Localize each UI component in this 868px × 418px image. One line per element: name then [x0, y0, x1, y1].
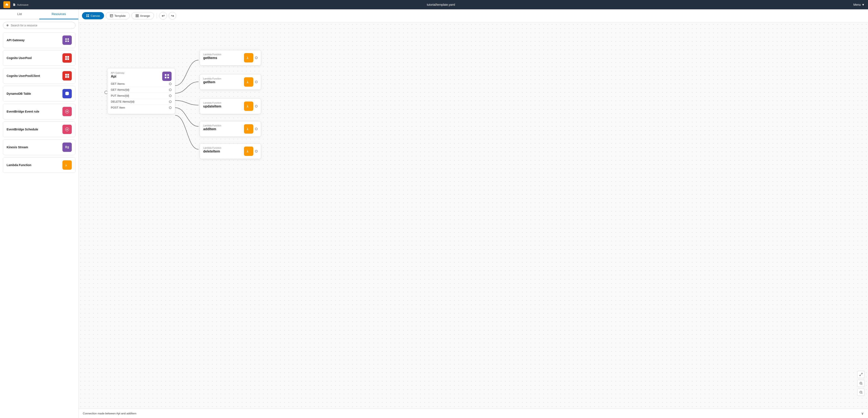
lambda-name: getItems	[203, 56, 221, 60]
lambda-node-updateitem[interactable]: Lambda Function updateItem λ	[199, 98, 261, 114]
canvas-button[interactable]: Canvas	[82, 12, 104, 19]
svg-rect-37	[137, 16, 138, 17]
resource-item-cognito-userpoolclient[interactable]: Cognito UserPoolClient	[3, 68, 75, 84]
lambda-icon-badge: λ	[244, 53, 253, 62]
menu-button[interactable]: Menu ▼	[854, 3, 865, 6]
route-put-items-id: PUT /items/{id}	[111, 93, 172, 99]
zoom-out-icon	[859, 391, 863, 394]
autosave-indicator: Autosave	[13, 3, 28, 6]
status-message: Connection made between Api and addItem	[83, 412, 136, 415]
svg-rect-36	[136, 16, 137, 17]
lambda-node-additem[interactable]: Lambda Function addItem λ	[199, 121, 261, 137]
lambda-node-getitems[interactable]: Lambda Function getItems λ	[199, 50, 261, 66]
svg-rect-42	[167, 77, 169, 79]
fullscreen-button[interactable]	[857, 371, 865, 378]
svg-rect-28	[88, 14, 89, 16]
svg-rect-5	[65, 56, 67, 58]
lambda-icon-badge: λ	[244, 101, 253, 111]
chevron-down-icon[interactable]: ∨	[861, 411, 864, 415]
lambda-icon-badge: λ	[244, 147, 253, 156]
api-gateway-badge	[162, 71, 172, 81]
undo-button[interactable]: ↩	[159, 12, 167, 20]
resource-item-lambda[interactable]: Lambda Function λ	[3, 157, 75, 173]
lambda-icon-badge: λ	[244, 124, 253, 133]
tab-list[interactable]: List	[0, 9, 39, 19]
api-gateway-node[interactable]: API Gateway Api GET /items GET /items/{i…	[107, 68, 175, 114]
lambda-output-dot	[255, 81, 257, 83]
tab-resources[interactable]: Resources	[39, 9, 79, 19]
template-label: Template	[115, 14, 126, 18]
svg-line-51	[862, 384, 862, 385]
svg-rect-7	[65, 58, 67, 60]
toolbar-separator	[156, 13, 157, 18]
topbar-left: Autosave	[3, 1, 28, 8]
lambda-icon: λ	[62, 160, 72, 170]
svg-rect-10	[67, 74, 69, 76]
route-get-items: GET /items	[111, 81, 172, 87]
svg-rect-40	[167, 74, 169, 76]
svg-line-55	[862, 393, 862, 394]
route-post-item: POST /item	[111, 105, 172, 111]
route-dot	[169, 94, 172, 97]
sidebar-tabs: List Resources	[0, 9, 79, 19]
lambda-name: addItem	[203, 127, 221, 131]
resource-name: Kinesis Stream	[7, 146, 28, 149]
lambda-node-getitem[interactable]: Lambda Function getItem λ	[199, 74, 261, 90]
svg-line-49	[860, 375, 861, 376]
search-input[interactable]	[11, 24, 72, 27]
zoom-in-button[interactable]	[857, 380, 865, 387]
toolbar: Canvas Template Arrange ↩ ↪	[79, 9, 868, 22]
arrange-label: Arrange	[140, 14, 150, 18]
svg-line-48	[861, 373, 862, 374]
svg-rect-2	[67, 38, 69, 40]
fullscreen-icon	[859, 373, 863, 376]
content-area: Canvas Template Arrange ↩ ↪	[79, 9, 868, 418]
lambda-type: Lambda Function	[203, 101, 221, 104]
eventbridge-rule-icon	[62, 107, 72, 116]
template-button[interactable]: Template	[106, 12, 130, 19]
topbar: Autosave tutorial/template.yaml Menu ▼	[0, 0, 868, 9]
canvas-label: Canvas	[91, 14, 100, 18]
resource-item-dynamodb[interactable]: DynamoDB Table	[3, 86, 75, 101]
lambda-icon-badge: λ	[244, 77, 253, 87]
page-title: tutorial/template.yaml	[427, 3, 455, 6]
resource-item-eventbridge-schedule[interactable]: EventBridge Schedule	[3, 121, 75, 137]
resource-item-api-gateway[interactable]: API Gateway	[3, 32, 75, 48]
lambda-name: updateItem	[203, 104, 221, 108]
svg-rect-31	[110, 14, 113, 17]
redo-button[interactable]: ↪	[168, 12, 176, 20]
resource-item-cognito-userpool[interactable]: Cognito UserPool	[3, 50, 75, 66]
lambda-output-dot	[255, 105, 257, 108]
home-button[interactable]	[3, 1, 10, 8]
lambda-node-deleteitem[interactable]: Lambda Function deleteItem λ	[199, 143, 261, 159]
lambda-type: Lambda Function	[203, 124, 221, 127]
route-get-items-id: GET /items/{id}	[111, 87, 172, 93]
svg-text:λ: λ	[247, 150, 248, 153]
lambda-type: Lambda Function	[203, 53, 221, 56]
svg-rect-4	[67, 40, 69, 42]
lambda-name: deleteItem	[203, 150, 221, 153]
svg-rect-27	[86, 14, 88, 16]
svg-rect-29	[86, 16, 88, 17]
svg-rect-30	[88, 16, 89, 17]
svg-rect-11	[65, 76, 67, 78]
resource-item-kinesis[interactable]: Kinesis Stream	[3, 139, 75, 155]
lambda-output-dot	[255, 150, 257, 152]
lambda-type: Lambda Function	[203, 77, 221, 80]
cognito-userpoolclient-icon	[62, 71, 72, 81]
zoom-in-icon	[859, 382, 863, 385]
resource-item-eventbridge-rule[interactable]: EventBridge Event rule	[3, 103, 75, 119]
main-layout: List Resources API Gateway Cognito UserP…	[0, 9, 868, 418]
lambda-output-dot	[255, 128, 257, 130]
arrange-button[interactable]: Arrange	[131, 12, 154, 19]
svg-text:λ: λ	[247, 56, 248, 60]
bottom-bar: Connection made between Api and addItem …	[79, 409, 868, 418]
route-dot	[169, 100, 172, 103]
canvas[interactable]: API Gateway Api GET /items GET /items/{i…	[79, 22, 868, 409]
search-box	[3, 22, 75, 29]
svg-point-0	[7, 24, 8, 26]
resource-name: Cognito UserPoolClient	[7, 74, 40, 78]
zoom-out-button[interactable]	[857, 389, 865, 396]
lambda-output-dot	[255, 57, 257, 59]
canvas-icon	[86, 14, 89, 18]
